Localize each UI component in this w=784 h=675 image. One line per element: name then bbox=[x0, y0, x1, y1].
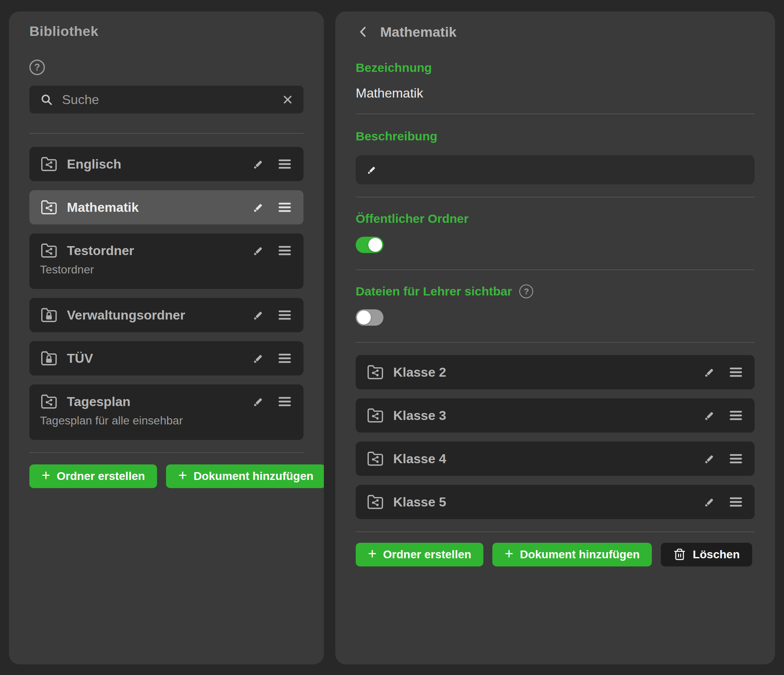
trash-icon bbox=[673, 548, 686, 561]
folder-name: Klasse 5 bbox=[393, 493, 446, 511]
menu-drag-handle-icon[interactable] bbox=[277, 242, 293, 259]
edit-pencil-icon[interactable] bbox=[251, 351, 266, 366]
menu-drag-handle-icon[interactable] bbox=[728, 451, 744, 467]
folder-name: TÜV bbox=[67, 350, 93, 367]
library-panel: Bibliothek ? × Englisch Mathematik bbox=[9, 11, 324, 664]
folder-name: Verwaltungsordner bbox=[67, 306, 185, 324]
divider bbox=[356, 531, 755, 532]
plus-icon: + bbox=[505, 545, 513, 562]
help-icon[interactable]: ? bbox=[29, 60, 45, 75]
edit-pencil-icon[interactable] bbox=[702, 408, 717, 423]
plus-icon: + bbox=[178, 467, 187, 484]
locked-folder-icon bbox=[40, 349, 58, 367]
toggle-knob bbox=[357, 311, 371, 324]
menu-drag-handle-icon[interactable] bbox=[728, 364, 744, 380]
clear-search-icon[interactable]: × bbox=[282, 91, 293, 109]
edit-pencil-icon bbox=[365, 163, 379, 176]
folder-name: Klasse 3 bbox=[393, 407, 446, 424]
folder-name: Englisch bbox=[67, 155, 121, 173]
beschreibung-field[interactable] bbox=[356, 155, 755, 184]
help-icon[interactable]: ? bbox=[519, 284, 533, 298]
menu-drag-handle-icon[interactable] bbox=[728, 407, 744, 424]
folder-row[interactable]: Klasse 4 bbox=[356, 442, 755, 476]
teacher-visible-label: Dateien für Lehrer sichtbar ? bbox=[356, 284, 755, 299]
detail-title: Mathematik bbox=[380, 23, 456, 41]
edit-pencil-icon[interactable] bbox=[251, 200, 266, 215]
bezeichnung-value[interactable]: Mathematik bbox=[356, 85, 755, 101]
library-folder-list: Englisch Mathematik Testordner Testordne… bbox=[29, 147, 303, 440]
folder-name: Klasse 4 bbox=[393, 450, 446, 467]
search-input[interactable] bbox=[62, 92, 282, 107]
folder-detail-panel: Mathematik Bezeichnung Mathematik Beschr… bbox=[335, 11, 775, 664]
add-document-button[interactable]: + Dokument hinzufügen bbox=[166, 464, 324, 488]
locked-folder-icon bbox=[40, 306, 58, 324]
divider bbox=[356, 197, 755, 198]
shared-folder-icon bbox=[40, 198, 58, 216]
edit-pencil-icon[interactable] bbox=[702, 451, 717, 466]
divider bbox=[356, 342, 755, 343]
public-folder-toggle[interactable] bbox=[356, 237, 383, 253]
subfolder-list: Klasse 2 Klasse 3 Klasse 4 bbox=[356, 355, 755, 519]
shared-folder-icon bbox=[40, 155, 58, 173]
divider bbox=[29, 452, 303, 453]
edit-pencil-icon[interactable] bbox=[702, 365, 717, 380]
teacher-visible-toggle[interactable] bbox=[356, 309, 383, 326]
folder-row[interactable]: Klasse 3 bbox=[356, 398, 755, 433]
folder-name: Klasse 2 bbox=[393, 364, 446, 381]
menu-drag-handle-icon[interactable] bbox=[277, 393, 293, 410]
public-folder-label: Öffentlicher Ordner bbox=[356, 211, 755, 226]
edit-pencil-icon[interactable] bbox=[251, 394, 266, 409]
shared-folder-icon bbox=[366, 406, 384, 424]
edit-pencil-icon[interactable] bbox=[702, 495, 717, 509]
folder-row[interactable]: TÜV bbox=[29, 341, 303, 375]
delete-button[interactable]: Löschen bbox=[661, 543, 752, 566]
divider bbox=[356, 269, 755, 270]
folder-row[interactable]: Klasse 5 bbox=[356, 485, 755, 519]
search-icon bbox=[40, 93, 53, 106]
shared-folder-icon bbox=[366, 493, 384, 511]
folder-subtitle: Tagesplan für alle einsehbar bbox=[40, 414, 293, 428]
menu-drag-handle-icon[interactable] bbox=[277, 307, 293, 323]
menu-drag-handle-icon[interactable] bbox=[277, 156, 293, 172]
folder-row[interactable]: Mathematik bbox=[29, 190, 303, 224]
library-title: Bibliothek bbox=[29, 23, 303, 39]
edit-pencil-icon[interactable] bbox=[251, 243, 266, 258]
beschreibung-input[interactable] bbox=[386, 163, 745, 177]
folder-row[interactable]: Englisch bbox=[29, 147, 303, 181]
folder-row[interactable]: Testordner Testordner bbox=[29, 233, 303, 289]
menu-drag-handle-icon[interactable] bbox=[277, 350, 293, 366]
back-chevron-icon[interactable] bbox=[356, 24, 370, 39]
shared-folder-icon bbox=[40, 393, 58, 411]
shared-folder-icon bbox=[366, 363, 384, 381]
folder-name: Mathematik bbox=[67, 199, 139, 216]
folder-row[interactable]: Verwaltungsordner bbox=[29, 298, 303, 332]
divider bbox=[29, 133, 303, 134]
folder-name: Testordner bbox=[67, 242, 134, 259]
plus-icon: + bbox=[42, 467, 50, 484]
menu-drag-handle-icon[interactable] bbox=[277, 199, 293, 215]
edit-pencil-icon[interactable] bbox=[251, 308, 266, 322]
menu-drag-handle-icon[interactable] bbox=[728, 494, 744, 510]
bezeichnung-label: Bezeichnung bbox=[356, 60, 755, 75]
folder-subtitle: Testordner bbox=[40, 263, 293, 277]
shared-folder-icon bbox=[366, 450, 384, 468]
divider bbox=[356, 113, 755, 114]
create-folder-button[interactable]: + Ordner erstellen bbox=[356, 543, 483, 566]
add-document-button[interactable]: + Dokument hinzufügen bbox=[492, 543, 652, 566]
edit-pencil-icon[interactable] bbox=[251, 157, 266, 171]
shared-folder-icon bbox=[40, 242, 58, 260]
folder-row[interactable]: Tagesplan Tagesplan für alle einsehbar bbox=[29, 384, 303, 440]
search-box[interactable]: × bbox=[29, 86, 303, 113]
beschreibung-label: Beschreibung bbox=[356, 129, 755, 144]
toggle-knob bbox=[368, 238, 382, 252]
folder-row[interactable]: Klasse 2 bbox=[356, 355, 755, 389]
folder-name: Tagesplan bbox=[67, 393, 131, 410]
plus-icon: + bbox=[368, 545, 376, 562]
create-folder-button[interactable]: + Ordner erstellen bbox=[29, 464, 157, 488]
